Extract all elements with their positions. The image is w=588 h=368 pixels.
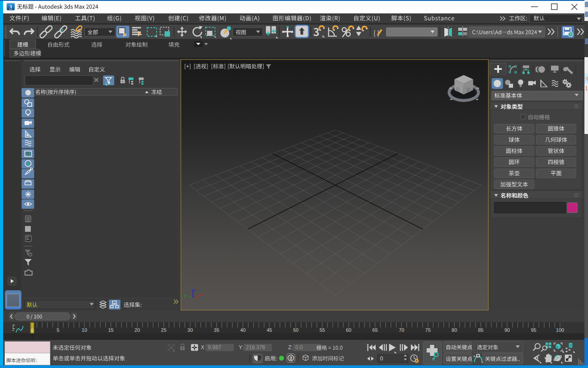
svg-text:218.376: 218.376 (246, 344, 265, 351)
svg-text::0: :0 (585, 76, 588, 81)
svg-text:90: 90 (505, 327, 510, 333)
svg-text:1:: 1: (585, 85, 588, 92)
svg-text:5: 5 (57, 327, 59, 333)
svg-text:85: 85 (478, 327, 483, 333)
svg-text:0: 0 (290, 355, 292, 361)
svg-text:30: 30 (187, 327, 193, 333)
svg-text:100: 100 (556, 327, 564, 333)
svg-text:35: 35 (214, 327, 219, 333)
svg-text:65: 65 (373, 327, 378, 333)
svg-text:75: 75 (425, 327, 431, 333)
svg-text:55: 55 (319, 327, 325, 333)
svg-text:0.0: 0.0 (295, 344, 303, 351)
svg-text:Z:: Z: (288, 344, 293, 351)
svg-text:60: 60 (346, 327, 351, 333)
svg-text:45: 45 (267, 327, 272, 333)
svg-text:15: 15 (108, 327, 113, 333)
svg-text:10: 10 (82, 327, 87, 333)
svg-text:40: 40 (240, 327, 245, 333)
svg-text:50: 50 (293, 327, 298, 333)
svg-text:y: y (184, 293, 186, 297)
svg-text:0: 0 (31, 328, 33, 333)
svg-text:95: 95 (531, 327, 536, 333)
svg-text:0: 0 (380, 355, 383, 362)
svg-text:z: z (194, 288, 196, 292)
svg-text:70: 70 (399, 327, 404, 333)
svg-text:Y:: Y: (239, 344, 244, 351)
svg-text:25: 25 (161, 327, 166, 333)
svg-text:20: 20 (135, 327, 140, 333)
svg-text:80: 80 (451, 327, 457, 333)
svg-text:9.987: 9.987 (208, 344, 221, 351)
svg-text:x: x (202, 293, 204, 297)
